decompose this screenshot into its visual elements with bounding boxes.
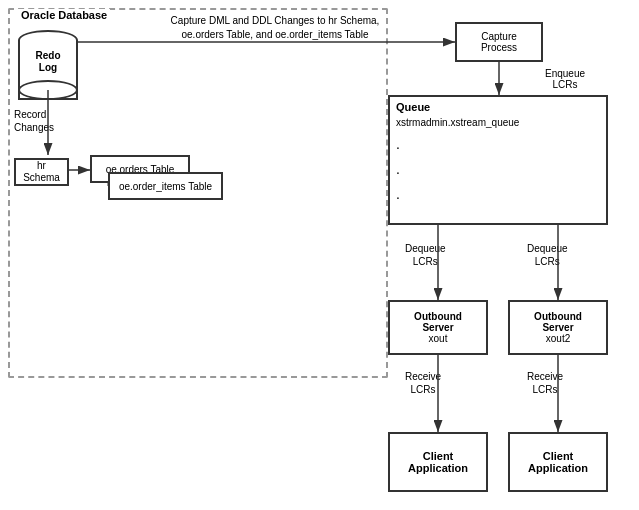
outbound-server-2: OutboundServer xout2 (508, 300, 608, 355)
dot1: . (396, 132, 600, 157)
dequeue-lcrs-2-label: Dequeue LCRs (527, 242, 568, 268)
outbound-server-1: OutboundServer xout (388, 300, 488, 355)
receive-lcrs-1-label: Receive LCRs (405, 370, 441, 396)
client-app-1-label: ClientApplication (408, 450, 468, 474)
queue-box: Queue xstrmadmin.xstream_queue . . . (388, 95, 608, 225)
receive-lcrs-2-label: Receive LCRs (527, 370, 563, 396)
oe-order-items-box: oe.order_items Table (108, 172, 223, 200)
cylinder: RedoLog (18, 30, 78, 100)
hr-schema-box: hrSchema (14, 158, 69, 186)
main-container: Oracle Database RedoLog Record Changes h… (0, 0, 639, 510)
outbound-server-2-title: OutboundServer (534, 311, 582, 333)
outbound-server-2-name: xout2 (546, 333, 570, 344)
dot3: . (396, 182, 600, 207)
enqueue-lcrs-label: Enqueue LCRs (545, 68, 585, 90)
queue-title: Queue (396, 101, 600, 113)
record-changes-label: Record Changes (14, 108, 54, 134)
client-app-1: ClientApplication (388, 432, 488, 492)
outbound-server-1-title: OutboundServer (414, 311, 462, 333)
cylinder-bottom-ellipse (18, 80, 78, 100)
capture-arrow-label: Capture DML and DDL Changes to hr Schema… (105, 14, 445, 42)
outbound-server-1-name: xout (429, 333, 448, 344)
oe-order-items-label: oe.order_items Table (119, 181, 212, 192)
dequeue-lcrs-1-label: Dequeue LCRs (405, 242, 446, 268)
hr-schema-label: hrSchema (23, 160, 60, 184)
dot2: . (396, 157, 600, 182)
client-app-2: ClientApplication (508, 432, 608, 492)
redo-log: RedoLog (18, 30, 78, 102)
oracle-db-label: Oracle Database (18, 9, 110, 21)
redo-log-label: RedoLog (18, 50, 78, 74)
capture-process-label: CaptureProcess (481, 31, 517, 53)
client-app-2-label: ClientApplication (528, 450, 588, 474)
queue-name: xstrmadmin.xstream_queue (396, 117, 600, 128)
capture-process-box: CaptureProcess (455, 22, 543, 62)
